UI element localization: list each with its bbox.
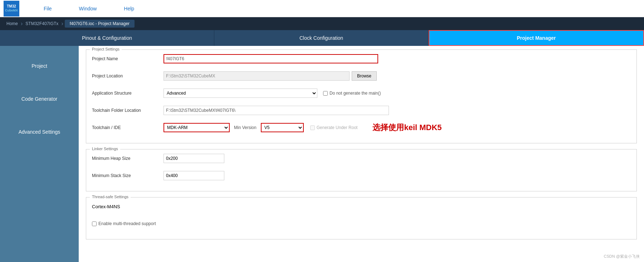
tab-clock[interactable]: Clock Configuration: [214, 30, 429, 46]
cortex-row: Cortex-M4NS: [92, 201, 631, 212]
menu-file[interactable]: File: [41, 4, 55, 13]
toolchain-controls: MDK-ARM IAR SW4STM32 Makefile Min Versio…: [164, 122, 442, 133]
heap-size-input[interactable]: [164, 154, 224, 163]
sidebar-item-codegen[interactable]: Code Generator: [0, 93, 79, 105]
breadcrumb-sep-2: ›: [61, 20, 63, 27]
breadcrumb-stm32[interactable]: STM32F407IGTx: [23, 21, 61, 26]
do-not-generate-label[interactable]: Do not generate the main(): [323, 91, 381, 96]
tab-bar: Pinout & Configuration Clock Configurati…: [0, 30, 644, 46]
linker-settings-group: Linker Settings Minimum Heap Size Minimu…: [86, 149, 637, 191]
breadcrumb-active: f407IGT6.ioc - Project Manager: [65, 20, 135, 28]
menu-bar: TM32 CubeMX File Window Help: [0, 0, 644, 17]
sidebar: Project Code Generator Advanced Settings: [0, 46, 79, 262]
app-structure-label: Application Structure: [92, 91, 164, 96]
project-location-label: Project Location: [92, 73, 164, 78]
project-settings-title: Project Settings: [90, 47, 122, 51]
do-not-generate-checkbox-row: Do not generate the main(): [323, 91, 381, 96]
sidebar-item-advanced[interactable]: Advanced Settings: [0, 126, 79, 138]
multithread-checkbox[interactable]: [92, 221, 97, 226]
menu-help[interactable]: Help: [121, 4, 137, 13]
stack-size-label: Minimum Stack Size: [92, 173, 164, 178]
logo: TM32 CubeMX: [4, 1, 19, 16]
app-structure-select[interactable]: Advanced Basic: [164, 89, 317, 98]
toolchain-ide-row: Toolchain / IDE MDK-ARM IAR SW4STM32 Mak…: [92, 122, 631, 133]
generate-under-root-checkbox[interactable]: [310, 125, 315, 130]
min-version-select[interactable]: V5 V4: [261, 123, 304, 132]
cortex-label: Cortex-M4NS: [92, 204, 120, 209]
project-location-row: Project Location Browse: [92, 71, 631, 81]
stack-size-row: Minimum Stack Size: [92, 170, 631, 181]
annotation-text: 选择使用keil MDK5: [372, 122, 441, 133]
project-settings-group: Project Settings Project Name Project Lo…: [86, 49, 637, 143]
project-name-label: Project Name: [92, 56, 164, 61]
stack-size-input[interactable]: [164, 171, 224, 180]
tab-project-manager[interactable]: Project Manager: [429, 30, 644, 46]
multithread-label[interactable]: Enable multi-threaded support: [92, 221, 156, 226]
toolchain-folder-row: Toolchain Folder Location: [92, 105, 631, 116]
do-not-generate-checkbox[interactable]: [323, 91, 328, 96]
logo-tm32: TM32: [7, 4, 16, 9]
logo-cube: CubeMX: [5, 9, 18, 13]
menu-items: File Window Help: [41, 4, 137, 13]
toolchain-ide-label: Toolchain / IDE: [92, 125, 164, 130]
sidebar-item-project[interactable]: Project: [0, 60, 79, 72]
main-container: Project Code Generator Advanced Settings…: [0, 46, 644, 262]
min-version-label: Min Version: [234, 125, 257, 130]
menu-window[interactable]: Window: [76, 4, 100, 13]
project-name-input[interactable]: [164, 54, 378, 63]
thread-settings-title: Thread-safe Settings: [90, 195, 131, 199]
toolchain-folder-label: Toolchain Folder Location: [92, 108, 164, 113]
app-structure-row: Application Structure Advanced Basic Do …: [92, 88, 631, 99]
linker-settings-title: Linker Settings: [90, 147, 120, 151]
heap-size-row: Minimum Heap Size: [92, 153, 631, 164]
content-area: Project Settings Project Name Project Lo…: [79, 46, 644, 262]
breadcrumb-home[interactable]: Home: [4, 21, 21, 26]
thread-settings-group: Thread-safe Settings Cortex-M4NS Enable …: [86, 197, 637, 239]
footer-watermark: CSDN @紫金小飞侠: [604, 254, 640, 259]
tab-pinout[interactable]: Pinout & Configuration: [0, 30, 214, 46]
browse-button[interactable]: Browse: [352, 71, 377, 81]
project-name-row: Project Name: [92, 53, 631, 64]
multithread-row: Enable multi-threaded support: [92, 218, 631, 229]
breadcrumb-bar: Home › STM32F407IGTx › f407IGT6.ioc - Pr…: [0, 17, 644, 30]
heap-size-label: Minimum Heap Size: [92, 156, 164, 161]
generate-under-root-label[interactable]: Generate Under Root: [310, 125, 358, 130]
project-location-input[interactable]: [164, 71, 350, 81]
toolchain-folder-input[interactable]: [164, 106, 389, 115]
toolchain-select[interactable]: MDK-ARM IAR SW4STM32 Makefile: [164, 123, 230, 132]
logo-area: TM32 CubeMX: [4, 1, 19, 16]
